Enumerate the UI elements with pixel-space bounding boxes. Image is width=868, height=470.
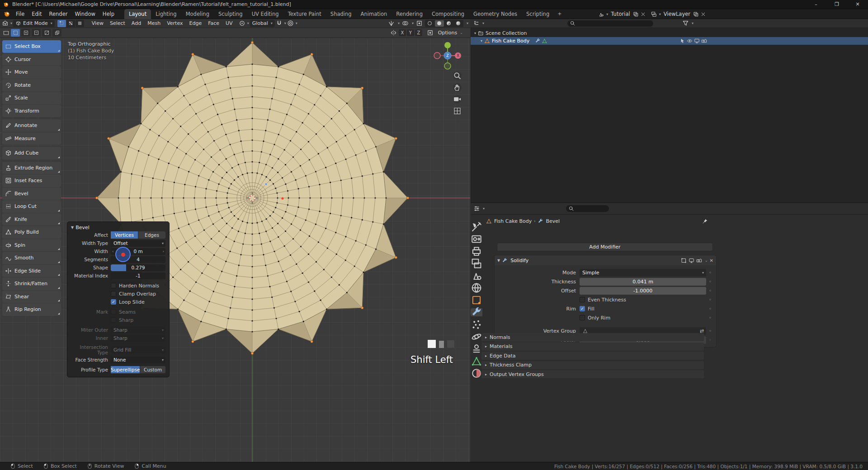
toolbar-tool[interactable]: Move: [2, 66, 61, 79]
mirror-axis-toggle[interactable]: X: [399, 29, 406, 36]
properties-tab-output[interactable]: [471, 247, 482, 255]
select-intersect-button[interactable]: [52, 29, 61, 37]
modifier-subpanel-header[interactable]: ▸Normals: [481, 333, 704, 341]
proportional-edit-icon[interactable]: [287, 20, 294, 27]
face-select-button[interactable]: [75, 20, 84, 27]
properties-tab-world[interactable]: [471, 284, 482, 292]
mirror-axis-toggle[interactable]: Z: [415, 29, 422, 36]
toolbar-tool[interactable]: Knife: [2, 213, 61, 226]
minimize-button[interactable]: –: [806, 0, 826, 9]
add-workspace-button[interactable]: +: [554, 9, 565, 18]
viewport-menu-item[interactable]: Face: [205, 19, 222, 28]
properties-tab-scene[interactable]: [471, 272, 482, 280]
affect-option[interactable]: Vertices: [111, 231, 138, 239]
offset-slider[interactable]: -1.0000: [580, 287, 706, 295]
miter-outer-select[interactable]: Sharp▾: [111, 327, 165, 334]
vertex-select-button[interactable]: [57, 20, 66, 27]
properties-search[interactable]: [566, 205, 609, 212]
harden-normals-checkbox[interactable]: [111, 283, 116, 288]
profile-type-option[interactable]: Superellipse: [111, 366, 140, 373]
workspace-tab[interactable]: Texture Paint: [283, 9, 326, 19]
disable-viewport-icon[interactable]: [694, 38, 700, 44]
toolbar-tool[interactable]: Inset Faces: [2, 174, 61, 187]
object-name-label[interactable]: Fish Cake Body: [492, 38, 529, 44]
editor-type-icon[interactable]: [2, 20, 9, 27]
breadcrumb-object[interactable]: Fish Cake Body: [494, 218, 532, 224]
scene-name[interactable]: Tutorial: [609, 11, 631, 17]
properties-editor-icon[interactable]: [473, 205, 480, 212]
toolbar-tool[interactable]: Scale: [2, 92, 61, 104]
3d-viewport[interactable]: Top Orthographic (1) Fish Cake Body 10 C…: [0, 38, 470, 462]
wireframe-shading-button[interactable]: [425, 20, 434, 27]
outliner-row-scene-collection[interactable]: ▾ Scene Collection: [471, 29, 868, 37]
workspace-tab[interactable]: Modeling: [181, 9, 214, 19]
viewport-menu-item[interactable]: Select: [107, 19, 128, 28]
transform-pivot-icon[interactable]: [239, 20, 245, 27]
modifier-subpanel-header[interactable]: ▸Materials: [481, 343, 704, 351]
toolbar-tool[interactable]: Shrink/Fatten: [2, 277, 61, 290]
new-viewlayer-icon[interactable]: [693, 11, 699, 17]
properties-tab-view-layer[interactable]: [471, 259, 482, 268]
select-set-button[interactable]: [11, 29, 20, 37]
bevel-panel-header[interactable]: ▼Bevel: [71, 224, 165, 231]
seams-checkbox[interactable]: [111, 309, 116, 315]
select-extend-button[interactable]: [21, 29, 30, 37]
toolbar-tool[interactable]: Shear: [2, 291, 61, 303]
properties-tab-object-data[interactable]: [471, 357, 482, 365]
viewport-menu-item[interactable]: UV: [222, 19, 236, 28]
mode-selector[interactable]: Edit Mode ▾: [13, 20, 55, 27]
filter-icon[interactable]: [682, 20, 689, 27]
modifier-name[interactable]: Solidify: [510, 258, 528, 263]
options-label[interactable]: Options: [438, 30, 457, 36]
workspace-tab[interactable]: Lighting: [151, 9, 181, 19]
clamp-overlap-checkbox[interactable]: [111, 291, 116, 296]
modifier-badge-icon[interactable]: [535, 38, 541, 44]
intersection-type-select[interactable]: Grid Fill▾: [111, 347, 165, 353]
unlink-scene-icon[interactable]: [640, 11, 646, 17]
menu-item[interactable]: Render: [46, 9, 71, 19]
modifier-extras-icon[interactable]: ⌄: [705, 258, 708, 263]
properties-tab-particles[interactable]: [471, 320, 482, 329]
animate-decorator[interactable]: [709, 330, 711, 332]
scene-browse-icon[interactable]: [598, 11, 604, 17]
maximize-button[interactable]: ❐: [826, 0, 847, 9]
mesh-data-badge-icon[interactable]: [542, 38, 547, 44]
viewport-nav-button-camera[interactable]: [453, 95, 462, 103]
collapse-arrow-icon[interactable]: ▼: [497, 258, 500, 263]
navigation-gizmo[interactable]: X Z: [433, 41, 462, 70]
animate-decorator[interactable]: [709, 339, 711, 341]
animate-decorator[interactable]: [709, 281, 711, 282]
affect-option[interactable]: Edges: [138, 231, 165, 239]
new-scene-icon[interactable]: [633, 11, 639, 17]
toolbar-tool[interactable]: Select Box: [2, 40, 61, 53]
workspace-tab[interactable]: Compositing: [427, 9, 469, 19]
realtime-display-toggle-icon[interactable]: [689, 258, 694, 263]
delete-modifier-icon[interactable]: ✕: [710, 258, 713, 263]
toolbar-tool[interactable]: Spin: [2, 239, 61, 252]
workspace-tab[interactable]: Sculpting: [214, 9, 247, 19]
workspace-tab[interactable]: Rendering: [392, 9, 427, 19]
loop-slide-checkbox[interactable]: ✓: [111, 299, 116, 305]
viewport-nav-button-pan[interactable]: [453, 83, 462, 92]
modifier-panel-header[interactable]: ▼ Solidify ⌄ ✕: [495, 255, 716, 265]
select-subtract-button[interactable]: [32, 29, 41, 37]
viewport-menu-item[interactable]: View: [89, 19, 107, 28]
animate-decorator[interactable]: [709, 308, 711, 310]
properties-tab-render[interactable]: [471, 235, 482, 243]
material-index-field[interactable]: -1: [111, 273, 165, 279]
menu-item[interactable]: File: [12, 9, 28, 19]
workspace-tab[interactable]: Scripting: [522, 9, 554, 19]
viewlayer-name[interactable]: ViewLayer: [662, 11, 692, 17]
animate-decorator[interactable]: [709, 290, 711, 291]
increment-arrow-icon[interactable]: ›: [161, 249, 165, 254]
hide-viewport-eye-icon[interactable]: [687, 38, 693, 44]
viewport-nav-button-zoom[interactable]: [453, 71, 462, 80]
toolbar-tool[interactable]: Rip Region: [2, 303, 61, 316]
show-gizmo-icon[interactable]: [388, 20, 395, 27]
workspace-tab[interactable]: Geometry Nodes: [469, 9, 522, 19]
rim-fill-checkbox[interactable]: ✓: [580, 306, 585, 311]
properties-search-input[interactable]: [576, 206, 603, 211]
select-invert-button[interactable]: [42, 29, 51, 37]
modifier-subpanel-header[interactable]: ▸Thickness Clamp: [481, 361, 704, 369]
toolbar-tool[interactable]: Poly Build: [2, 226, 61, 239]
